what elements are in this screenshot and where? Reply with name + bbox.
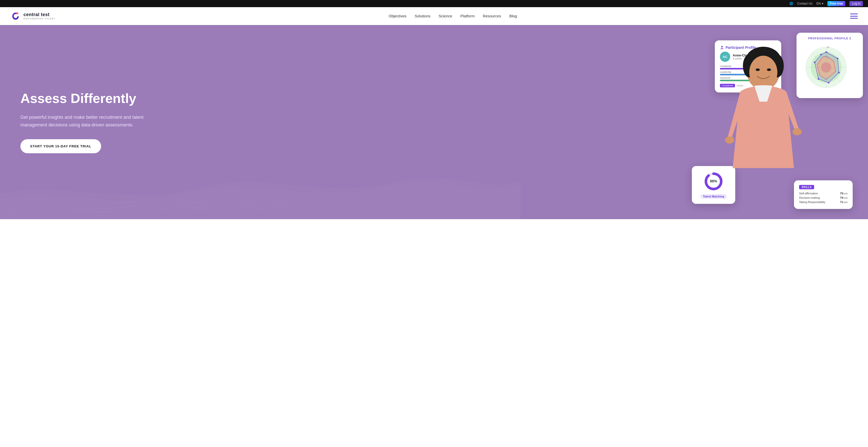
logo[interactable]: central test EMPOWERING TALENT	[10, 11, 55, 22]
nav-item-resources[interactable]: Resources	[483, 14, 501, 19]
top-bar: 🌐 Contact Us EN ▾ Free trial Log in	[0, 0, 868, 7]
person-silhouette-svg	[712, 40, 814, 219]
svg-point-25	[820, 54, 822, 55]
svg-point-22	[828, 82, 830, 84]
contact-link[interactable]: Contact Us	[797, 2, 812, 5]
person-image	[710, 35, 817, 219]
nav-links: Objectives Solutions Science Platform Re…	[389, 14, 517, 19]
svg-point-20	[837, 58, 838, 59]
svg-point-36	[725, 137, 734, 144]
svg-text:10: 10	[827, 46, 829, 48]
language-selector[interactable]: EN ▾	[816, 2, 823, 5]
svg-point-23	[818, 78, 819, 80]
hero-title: Assess Differently	[21, 91, 163, 106]
hamburger-menu[interactable]	[850, 13, 858, 19]
svg-point-35	[767, 68, 771, 71]
nav-item-platform[interactable]: Platform	[460, 14, 474, 19]
chevron-down-icon: ▾	[822, 2, 823, 5]
free-trial-button[interactable]: Free trial	[828, 1, 845, 6]
svg-point-21	[838, 72, 840, 73]
svg-point-33	[749, 56, 777, 89]
svg-text:6: 6	[827, 56, 828, 59]
nav-item-blog[interactable]: Blog	[509, 14, 517, 19]
nav-item-objectives[interactable]: Objectives	[389, 14, 406, 19]
svg-point-34	[756, 68, 760, 71]
hero-cta-button[interactable]: START YOUR 15-DAY FREE TRIAL	[21, 139, 101, 153]
logo-icon	[10, 11, 21, 22]
hero-content: Assess Differently Get powerful insights…	[0, 70, 184, 174]
hero-section: Assess Differently Get powerful insights…	[0, 25, 868, 219]
hero-visuals: Participant Profile AC Anne-Claire ● act…	[347, 25, 868, 219]
nav-item-science[interactable]: Science	[439, 14, 452, 19]
globe-icon: 🌐	[789, 2, 793, 5]
logo-text: central test EMPOWERING TALENT	[24, 12, 55, 20]
hero-subtitle: Get powerful insights and make better re…	[21, 113, 163, 129]
navbar: central test EMPOWERING TALENT Objective…	[0, 7, 868, 25]
svg-point-37	[793, 128, 802, 136]
svg-point-0	[16, 12, 19, 14]
svg-text:8: 8	[827, 51, 828, 53]
login-button[interactable]: Log in	[849, 1, 863, 6]
nav-item-solutions[interactable]: Solutions	[414, 14, 430, 19]
